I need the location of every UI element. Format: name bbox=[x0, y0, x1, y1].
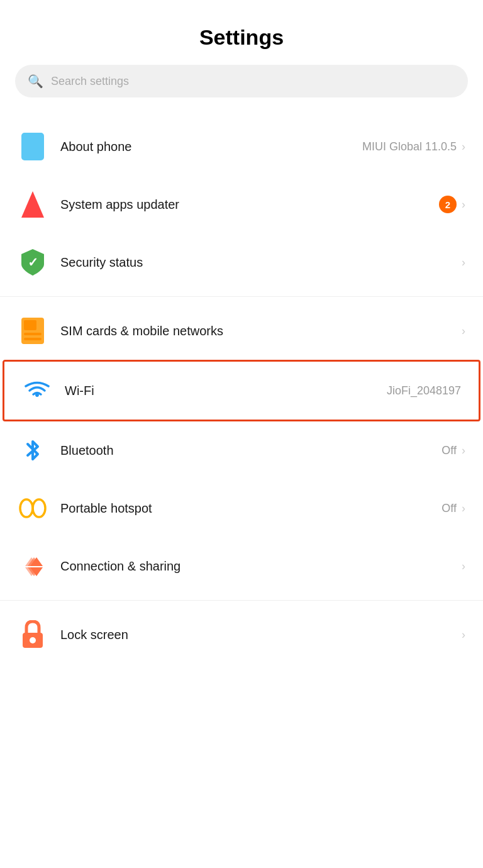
security-status-label: Security status bbox=[60, 255, 143, 270]
connection-chevron: › bbox=[462, 560, 465, 573]
svg-text:✓: ✓ bbox=[28, 255, 38, 269]
portable-hotspot-label: Portable hotspot bbox=[60, 501, 152, 516]
svg-point-15 bbox=[30, 637, 36, 643]
settings-item-about-phone[interactable]: About phone MIUI Global 11.0.5 › bbox=[0, 118, 483, 175]
search-icon: 🔍 bbox=[28, 74, 43, 89]
settings-group-connectivity: SIM cards & mobile networks › Wi-Fi JioF… bbox=[0, 302, 483, 595]
bluetooth-icon bbox=[18, 435, 48, 465]
svg-rect-5 bbox=[24, 338, 42, 340]
connection-icon bbox=[18, 551, 48, 581]
settings-group-device: Lock screen › bbox=[0, 606, 483, 664]
search-input-placeholder: Search settings bbox=[51, 75, 129, 88]
settings-item-portable-hotspot[interactable]: Portable hotspot Off › bbox=[0, 479, 483, 537]
page-title: Settings bbox=[0, 0, 483, 65]
lock-icon bbox=[18, 620, 48, 650]
about-phone-label: About phone bbox=[60, 140, 131, 154]
divider-1 bbox=[0, 296, 483, 297]
sim-cards-label: SIM cards & mobile networks bbox=[60, 324, 223, 338]
divider-2 bbox=[0, 600, 483, 601]
update-badge: 2 bbox=[439, 196, 457, 213]
sim-chevron: › bbox=[462, 325, 465, 338]
shield-icon: ✓ bbox=[18, 247, 48, 277]
search-bar[interactable]: 🔍 Search settings bbox=[15, 65, 468, 97]
lock-screen-chevron: › bbox=[462, 628, 465, 642]
settings-item-bluetooth[interactable]: Bluetooth Off › bbox=[0, 421, 483, 479]
system-apps-updater-label: System apps updater bbox=[60, 198, 179, 212]
hotspot-chevron: › bbox=[462, 502, 465, 515]
wifi-value: JioFi_2048197 bbox=[387, 384, 461, 398]
svg-marker-0 bbox=[21, 191, 44, 218]
connection-sharing-label: Connection & sharing bbox=[60, 559, 180, 574]
settings-item-wifi[interactable]: Wi-Fi JioFi_2048197 bbox=[3, 360, 480, 421]
update-icon bbox=[18, 189, 48, 220]
hotspot-icon bbox=[18, 493, 48, 523]
svg-rect-4 bbox=[24, 333, 42, 335]
bluetooth-value: Off bbox=[441, 444, 457, 457]
settings-item-connection-sharing[interactable]: Connection & sharing › bbox=[0, 537, 483, 595]
search-bar-container: 🔍 Search settings bbox=[0, 65, 483, 118]
phone-icon bbox=[18, 131, 48, 162]
wifi-icon bbox=[22, 376, 52, 406]
wifi-label: Wi-Fi bbox=[65, 384, 94, 398]
settings-item-lock-screen[interactable]: Lock screen › bbox=[0, 606, 483, 664]
about-phone-chevron: › bbox=[462, 140, 465, 153]
settings-item-sim-cards[interactable]: SIM cards & mobile networks › bbox=[0, 302, 483, 360]
svg-point-6 bbox=[20, 499, 33, 517]
system-apps-chevron: › bbox=[462, 198, 465, 211]
svg-rect-3 bbox=[24, 320, 36, 330]
settings-group-top: About phone MIUI Global 11.0.5 › System … bbox=[0, 118, 483, 291]
bluetooth-label: Bluetooth bbox=[60, 443, 114, 458]
security-chevron: › bbox=[462, 256, 465, 269]
svg-point-7 bbox=[33, 499, 45, 517]
lock-screen-label: Lock screen bbox=[60, 628, 128, 642]
settings-item-security-status[interactable]: ✓ Security status › bbox=[0, 233, 483, 291]
sim-icon bbox=[18, 316, 48, 346]
about-phone-value: MIUI Global 11.0.5 bbox=[362, 140, 457, 153]
settings-item-system-apps-updater[interactable]: System apps updater 2 › bbox=[0, 175, 483, 233]
hotspot-value: Off bbox=[441, 502, 457, 515]
bluetooth-chevron: › bbox=[462, 444, 465, 457]
